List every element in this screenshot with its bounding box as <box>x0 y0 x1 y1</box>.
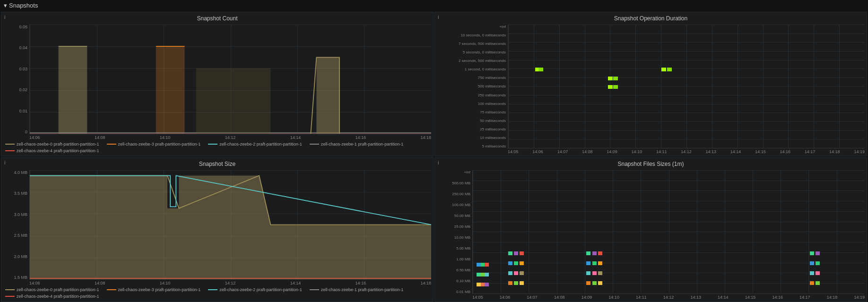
x-label: 14:05 <box>472 295 483 300</box>
y-label: 50 milliseconds <box>480 119 506 123</box>
snapshot-count-title: Snapshot Count <box>3 14 431 23</box>
x-label: 14:18 <box>420 281 431 285</box>
y-label: 250 milliseconds <box>478 93 506 97</box>
y-label: 0.02 <box>19 87 27 92</box>
y-label: 750 milliseconds <box>478 76 506 80</box>
y-label: 1.00 MB <box>456 257 470 261</box>
y-label: 0.04 <box>19 45 27 50</box>
x-label: 14:08 <box>582 149 593 154</box>
legend-item: zell-chaos-zeebe-3 praft-partition-parti… <box>107 287 201 292</box>
x-label: 14:12 <box>681 149 692 154</box>
x-label: 14:16 <box>780 149 790 154</box>
legend-item: zell-chaos-zeebe-0 praft-partition-parti… <box>5 287 99 292</box>
legend-item: zell-chaos-zeebe-1 praft-partition-parti… <box>310 287 404 292</box>
y-label: 500.00 MB <box>452 181 470 185</box>
x-label: 14:14 <box>290 281 301 285</box>
legend-item: zell-chaos-zeebe-3 praft-partition-parti… <box>107 142 201 147</box>
x-label: 14:10 <box>160 135 171 140</box>
x-label: 14:09 <box>607 149 617 154</box>
y-label: 1 second, 0 milliseconds <box>465 67 506 71</box>
legend-item: zell-chaos-zeebe-2 praft-partition-parti… <box>208 287 302 292</box>
x-label: 14:18 <box>827 295 838 300</box>
snapshot-operation-duration-title: Snapshot Operation Duration <box>437 14 865 23</box>
panel-info-icon: i <box>4 160 5 165</box>
x-label: 14:08 <box>554 295 565 300</box>
x-label: 14:19 <box>854 295 865 300</box>
y-label: 10.00 MB <box>454 235 470 240</box>
y-label: 25.00 MB <box>454 224 470 229</box>
y-label: 10 milliseconds <box>480 136 506 140</box>
y-label: 0.01 MB <box>456 290 470 294</box>
panel-info-icon: i <box>438 160 439 165</box>
svg-marker-3 <box>311 57 339 134</box>
y-label: 5.00 MB <box>456 246 470 250</box>
y-label: 5 seconds, 0 milliseconds <box>463 50 506 54</box>
snapshot-operation-duration-panel: i Snapshot Operation Duration +Inf 10 se… <box>434 12 867 156</box>
y-label: 2 seconds, 500 milliseconds <box>459 59 506 63</box>
x-label: 14:08 <box>95 135 105 140</box>
x-label: 14:12 <box>225 135 236 140</box>
y-label: 0.03 <box>19 67 27 71</box>
x-label: 14:16 <box>356 135 366 140</box>
y-label: 10 seconds, 0 milliseconds <box>460 33 506 37</box>
dashboard: i Snapshot Count 0.05 0.04 0.03 0.02 0.0… <box>0 11 868 302</box>
y-label: 3.0 MB <box>14 212 27 217</box>
x-label: 14:12 <box>225 281 236 285</box>
snapshot-files-sizes-panel: i Snapshot Files Sizes (1m) +Inf 500.00 … <box>434 157 867 302</box>
header-title: Snapshots <box>9 2 38 9</box>
x-label: 14:18 <box>829 149 840 154</box>
x-label: 14:17 <box>805 149 816 154</box>
y-label: 50.00 MB <box>454 214 470 218</box>
snapshots-header[interactable]: ▾ Snapshots <box>0 0 868 11</box>
panel-info-icon: i <box>438 14 439 20</box>
x-label: 14:14 <box>290 135 301 140</box>
y-label: 0.10 MB <box>456 279 470 283</box>
y-label: 4.0 MB <box>14 170 27 175</box>
y-label: 75 milliseconds <box>480 110 506 114</box>
snapshot-size-legend: zell-chaos-zeebe-0 praft-partition-parti… <box>3 286 431 300</box>
legend-item: zell-chaos-zeebe-0 praft-partition-parti… <box>5 142 99 147</box>
panel-info-icon: i <box>4 14 5 20</box>
legend-item: zell-chaos-zeebe-1 praft-partition-parti… <box>310 142 404 147</box>
snapshot-files-sizes-title: Snapshot Files Sizes (1m) <box>437 160 865 168</box>
x-label: 14:12 <box>663 295 674 300</box>
x-label: 14:19 <box>854 149 865 154</box>
x-label: 14:13 <box>706 149 717 154</box>
y-label: 2.5 MB <box>14 233 27 238</box>
x-label: 14:16 <box>772 295 783 300</box>
svg-marker-4 <box>30 176 431 279</box>
y-label: +Inf <box>499 25 506 29</box>
y-label: 5 milliseconds <box>482 144 506 148</box>
y-label: 0.50 MB <box>456 268 470 272</box>
y-label: 0 <box>25 129 27 134</box>
snapshot-count-legend: zell-chaos-zeebe-0 praft-partition-parti… <box>3 141 431 154</box>
snapshot-count-panel: i Snapshot Count 0.05 0.04 0.03 0.02 0.0… <box>1 12 434 156</box>
y-label: 25 milliseconds <box>480 127 506 131</box>
y-label: 2.0 MB <box>14 254 27 259</box>
x-label: 14:06 <box>532 149 543 154</box>
y-label: 1.5 MB <box>14 275 27 280</box>
x-label: 14:11 <box>656 149 667 154</box>
x-label: 14:18 <box>420 135 431 140</box>
x-label: 14:15 <box>755 149 766 154</box>
x-label: 14:10 <box>632 149 642 154</box>
x-label: 14:10 <box>160 281 171 285</box>
x-label: 14:10 <box>608 295 619 300</box>
y-label: +Inf <box>464 170 470 174</box>
x-label: 14:15 <box>745 295 756 300</box>
svg-marker-1 <box>145 46 431 134</box>
legend-item: zell-chaos-zeebe-4 praft-partition-parti… <box>5 148 99 153</box>
x-label: 14:14 <box>718 295 729 300</box>
snapshot-size-title: Snapshot Size <box>3 160 431 168</box>
x-label: 14:16 <box>356 281 366 285</box>
x-label: 14:09 <box>582 295 592 300</box>
x-label: 14:06 <box>29 135 40 140</box>
y-label: 3.5 MB <box>14 191 27 196</box>
svg-marker-2 <box>184 68 431 134</box>
y-label: 250.00 MB <box>452 192 470 196</box>
y-label: 0.05 <box>19 25 27 29</box>
x-label: 14:13 <box>690 295 701 300</box>
x-label: 14:11 <box>636 295 647 300</box>
y-label: 0.01 <box>19 109 27 113</box>
x-label: 14:06 <box>29 281 40 285</box>
